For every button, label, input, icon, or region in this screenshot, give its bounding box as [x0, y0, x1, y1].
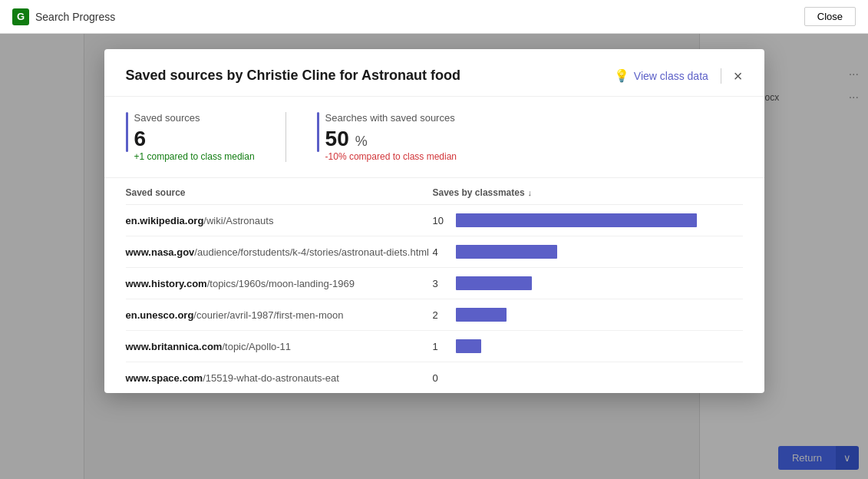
table-row: en.unesco.org/courier/avril-1987/first-m… — [126, 299, 743, 331]
searches-pct-suffix: % — [355, 134, 368, 150]
searches-value-row: 50 % — [325, 127, 457, 151]
source-domain: en.unesco.org — [126, 309, 194, 321]
view-class-data-label: View class data — [634, 70, 708, 82]
cell-count: 4 — [433, 246, 456, 258]
source-domain: www.space.com — [126, 372, 203, 384]
source-path: /topic/Apollo-11 — [222, 341, 291, 352]
cell-bar — [456, 307, 743, 322]
saved-sources-accent-bar — [126, 112, 128, 152]
bar-fill — [456, 339, 481, 353]
top-bar-left: G Search Progress — [12, 8, 115, 25]
source-domain: www.history.com — [126, 278, 207, 289]
source-path: /courier/avril-1987/first-men-moon — [193, 309, 343, 321]
saved-sources-compare: +1 compared to class median — [134, 151, 255, 162]
table-header: Saved source Saves by classmates ↓ — [126, 178, 743, 205]
searches-value: 50 — [325, 127, 349, 151]
searches-content: Searches with saved sources 50 % -10% co… — [325, 112, 457, 162]
source-domain: www.britannica.com — [126, 341, 223, 352]
bar-fill — [456, 276, 532, 290]
modal-header: Saved sources by Christie Cline for Astr… — [104, 49, 764, 97]
cell-count: 2 — [433, 309, 456, 321]
cell-bar — [456, 213, 743, 228]
top-close-button[interactable]: Close — [804, 7, 856, 26]
table-body: en.wikipedia.org/wiki/Astronauts 10 www.… — [126, 205, 743, 393]
view-class-data-link[interactable]: 💡 View class data — [614, 68, 708, 83]
sort-down-icon[interactable]: ↓ — [528, 188, 533, 197]
source-path: /audience/forstudents/k-4/stories/astron… — [194, 246, 429, 258]
searches-with-saved-stat: Searches with saved sources 50 % -10% co… — [317, 112, 487, 162]
saved-sources-value: 6 — [134, 127, 147, 151]
cell-count: 1 — [433, 341, 456, 352]
searches-compare: -10% compared to class median — [325, 151, 457, 162]
saved-sources-stat: Saved sources 6 +1 compared to class med… — [126, 112, 286, 162]
col-saves-header: Saves by classmates ↓ — [433, 187, 743, 198]
table-row: www.history.com/topics/1960s/moon-landin… — [126, 268, 743, 299]
cell-bar — [456, 244, 743, 259]
modal-overlay: Saved sources by Christie Cline for Astr… — [0, 34, 868, 479]
cell-count: 0 — [433, 372, 456, 384]
top-bar: G Search Progress Close — [0, 0, 868, 34]
saved-sources-label: Saved sources — [134, 112, 255, 124]
source-path: /topics/1960s/moon-landing-1969 — [207, 278, 355, 289]
bar-fill — [456, 245, 557, 259]
cell-source: en.wikipedia.org/wiki/Astronauts — [126, 215, 433, 226]
source-path: /15519-what-do-astronauts-eat — [203, 372, 339, 384]
col-saves-label: Saves by classmates — [433, 187, 525, 198]
cell-bar — [456, 370, 743, 385]
saved-sources-value-row: 6 — [134, 127, 255, 151]
source-path: /wiki/Astronauts — [203, 215, 273, 226]
source-domain: en.wikipedia.org — [126, 215, 204, 226]
table-row: www.space.com/15519-what-do-astronauts-e… — [126, 362, 743, 393]
modal-title: Saved sources by Christie Cline for Astr… — [126, 68, 460, 84]
modal-close-button[interactable]: × — [734, 68, 743, 84]
table-row: www.britannica.com/topic/Apollo-11 1 — [126, 331, 743, 362]
cell-source: www.britannica.com/topic/Apollo-11 — [126, 341, 433, 352]
bulb-icon: 💡 — [614, 68, 629, 83]
app-icon: G — [12, 8, 29, 25]
col-source-header: Saved source — [126, 187, 433, 198]
saved-sources-content: Saved sources 6 +1 compared to class med… — [134, 112, 255, 162]
header-divider — [721, 68, 721, 84]
searches-accent-bar — [317, 112, 319, 152]
top-bar-title: Search Progress — [35, 11, 115, 23]
table-row: en.wikipedia.org/wiki/Astronauts 10 — [126, 205, 743, 236]
modal-header-actions: 💡 View class data × — [614, 68, 743, 84]
bar-fill — [456, 213, 697, 227]
cell-source: www.nasa.gov/audience/forstudents/k-4/st… — [126, 246, 433, 258]
table-row: www.nasa.gov/audience/forstudents/k-4/st… — [126, 236, 743, 268]
cell-count: 3 — [433, 278, 456, 289]
cell-bar — [456, 276, 743, 291]
cell-source: en.unesco.org/courier/avril-1987/first-m… — [126, 309, 433, 321]
bar-fill — [456, 308, 507, 322]
cell-bar — [456, 339, 743, 354]
stats-row: Saved sources 6 +1 compared to class med… — [104, 97, 764, 178]
sources-table: Saved source Saves by classmates ↓ en.wi… — [104, 178, 764, 393]
source-domain: www.nasa.gov — [126, 246, 195, 258]
cell-source: www.space.com/15519-what-do-astronauts-e… — [126, 372, 433, 384]
searches-label: Searches with saved sources — [325, 112, 457, 124]
cell-count: 10 — [433, 215, 456, 226]
modal: Saved sources by Christie Cline for Astr… — [104, 49, 764, 393]
cell-source: www.history.com/topics/1960s/moon-landin… — [126, 278, 433, 289]
